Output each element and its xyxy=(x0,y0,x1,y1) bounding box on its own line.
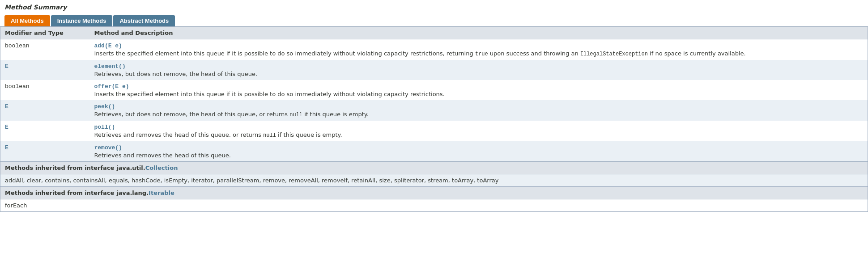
method-table: Modifier and Type Method and Description… xyxy=(0,26,868,162)
tab-abstract-methods[interactable]: Abstract Methods xyxy=(113,15,175,26)
modifier-type: E xyxy=(0,141,90,162)
tab-bar: All Methods Instance Methods Abstract Me… xyxy=(0,13,868,26)
method-name[interactable]: remove() xyxy=(94,144,864,151)
method-description: Inserts the specified element into this … xyxy=(94,50,864,57)
method-description: Retrieves and removes the head of this q… xyxy=(94,131,864,139)
method-desc-cell: remove() Retrieves and removes the head … xyxy=(90,141,868,162)
inherited-iterable-header: Methods inherited from interface java.la… xyxy=(0,187,868,199)
table-row: E element() Retrieves, but does not remo… xyxy=(0,60,868,80)
modifier-type: E xyxy=(0,100,90,121)
method-description: Inserts the specified element into this … xyxy=(94,91,864,97)
modifier-type: boolean xyxy=(0,39,90,60)
method-name[interactable]: poll() xyxy=(94,123,864,131)
method-description: Retrieves, but does not remove, the head… xyxy=(94,111,864,118)
table-row: E poll() Retrieves and removes the head … xyxy=(0,121,868,141)
tab-instance-methods[interactable]: Instance Methods xyxy=(51,15,113,26)
modifier-type: E xyxy=(0,60,90,80)
method-name[interactable]: add(E e) xyxy=(94,42,864,49)
table-row: boolean offer(E e) Inserts the specified… xyxy=(0,80,868,100)
method-summary-title: Method Summary xyxy=(0,0,868,13)
iterable-link[interactable]: Iterable xyxy=(149,190,174,196)
method-name[interactable]: offer(E e) xyxy=(94,83,864,90)
inherited-collection-header: Methods inherited from interface java.ut… xyxy=(0,162,868,174)
inherited-collection-methods: addAll, clear, contains, containsAll, eq… xyxy=(0,174,868,187)
modifier-type: E xyxy=(0,121,90,141)
table-row: boolean add(E e) Inserts the specified e… xyxy=(0,39,868,60)
method-desc-cell: poll() Retrieves and removes the head of… xyxy=(90,121,868,141)
method-desc-cell: element() Retrieves, but does not remove… xyxy=(90,60,868,80)
col-header-method: Method and Description xyxy=(90,27,868,39)
method-description: Retrieves, but does not remove, the head… xyxy=(94,71,864,77)
table-row: E remove() Retrieves and removes the hea… xyxy=(0,141,868,162)
method-desc-cell: peek() Retrieves, but does not remove, t… xyxy=(90,100,868,121)
col-header-modifier: Modifier and Type xyxy=(0,27,90,39)
tab-all-methods[interactable]: All Methods xyxy=(4,15,50,26)
method-description: Retrieves and removes the head of this q… xyxy=(94,152,864,159)
method-name[interactable]: peek() xyxy=(94,103,864,110)
method-desc-cell: add(E e) Inserts the specified element i… xyxy=(90,39,868,60)
inherited-iterable-methods: forEach xyxy=(0,199,868,212)
collection-link[interactable]: Collection xyxy=(145,164,178,171)
table-row: E peek() Retrieves, but does not remove,… xyxy=(0,100,868,121)
method-desc-cell: offer(E e) Inserts the specified element… xyxy=(90,80,868,100)
modifier-type: boolean xyxy=(0,80,90,100)
method-name[interactable]: element() xyxy=(94,63,864,70)
